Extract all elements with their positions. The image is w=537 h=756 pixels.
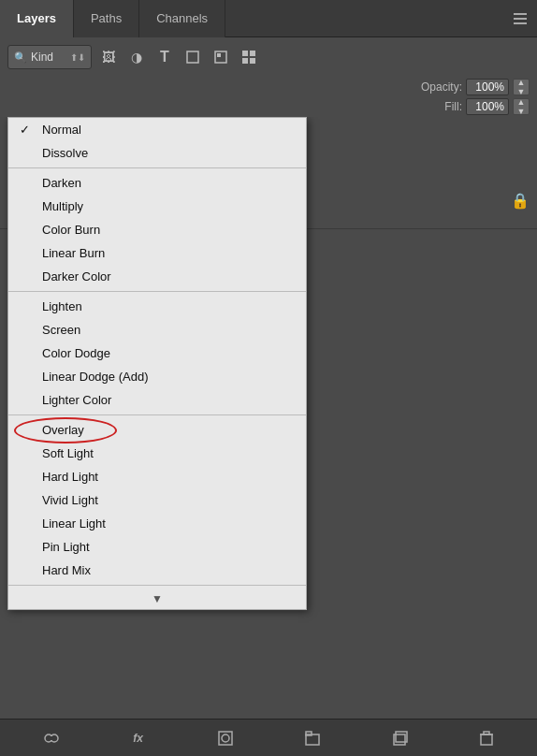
new-layer-button[interactable] xyxy=(386,725,413,751)
menu-line xyxy=(514,18,527,20)
search-icon: 🔍 xyxy=(14,51,27,64)
blend-option-normal[interactable]: Normal xyxy=(8,118,306,141)
panel-menu-button[interactable] xyxy=(511,9,530,28)
link-layers-button[interactable] xyxy=(38,725,65,751)
add-style-button[interactable]: fx xyxy=(125,725,152,751)
svg-rect-2 xyxy=(217,53,221,57)
blend-option-linear-dodge[interactable]: Linear Dodge (Add) xyxy=(8,365,306,388)
scroll-down-indicator[interactable]: ▼ xyxy=(8,589,306,609)
filter-toolbar: 🔍 Kind ⬆⬇ 🖼 ◑ T xyxy=(0,37,537,77)
lock-icon: 🔒 xyxy=(511,192,530,210)
separator-4 xyxy=(8,585,306,586)
opacity-stepper[interactable]: ▲▼ xyxy=(513,79,530,95)
blend-option-color-burn[interactable]: Color Burn xyxy=(8,218,306,241)
new-group-button[interactable] xyxy=(299,725,326,751)
separator-2 xyxy=(8,291,306,292)
menu-line xyxy=(514,13,527,15)
image-filter-icon[interactable]: 🖼 xyxy=(97,46,120,68)
add-mask-button[interactable] xyxy=(212,725,239,751)
svg-rect-10 xyxy=(219,732,232,745)
svg-rect-16 xyxy=(481,734,492,745)
blend-option-hard-mix[interactable]: Hard Mix xyxy=(8,559,306,582)
opacity-label: Opacity: xyxy=(421,80,462,94)
tab-channels[interactable]: Channels xyxy=(139,0,225,37)
blend-option-soft-light[interactable]: Soft Light xyxy=(8,442,306,465)
blend-option-lighten[interactable]: Lighten xyxy=(8,295,306,318)
dropdown-arrow-icon: ⬆⬇ xyxy=(70,52,85,63)
adjustment-filter-icon[interactable]: ◑ xyxy=(125,46,148,68)
fill-label: Fill: xyxy=(421,100,462,113)
menu-line xyxy=(514,22,527,24)
blend-option-multiply[interactable]: Multiply xyxy=(8,195,306,218)
svg-rect-9 xyxy=(49,736,54,740)
fill-row: Fill: 100% ▲▼ xyxy=(7,98,530,115)
layer-area: Normal ▼ 🔒 Normal Dissolve Darken xyxy=(0,117,537,719)
tab-paths[interactable]: Paths xyxy=(74,0,139,37)
pixel-filter-icon[interactable] xyxy=(238,46,260,68)
opacity-fill-area: Opacity: 100% ▲▼ Fill: 100% ▲▼ xyxy=(0,77,537,117)
blend-option-linear-light[interactable]: Linear Light xyxy=(8,512,306,535)
svg-rect-4 xyxy=(250,51,255,56)
blend-option-darken[interactable]: Darken xyxy=(8,171,306,195)
blend-option-hard-light[interactable]: Hard Light xyxy=(8,465,306,488)
svg-rect-13 xyxy=(306,732,312,735)
smart-filter-icon[interactable] xyxy=(210,46,232,68)
blend-option-overlay[interactable]: Overlay xyxy=(8,418,306,442)
svg-rect-6 xyxy=(250,58,255,64)
blend-mode-dropdown-menu: Normal Dissolve Darken Multiply Color Bu… xyxy=(7,117,307,610)
svg-rect-18 xyxy=(484,732,489,734)
svg-rect-3 xyxy=(242,51,248,56)
fill-input[interactable]: 100% xyxy=(466,98,509,115)
blend-option-linear-burn[interactable]: Linear Burn xyxy=(8,241,306,265)
blend-option-screen[interactable]: Screen xyxy=(8,318,306,342)
separator-3 xyxy=(8,414,306,415)
blend-option-dissolve[interactable]: Dissolve xyxy=(8,141,306,165)
blend-option-pin-light[interactable]: Pin Light xyxy=(8,535,306,559)
svg-rect-5 xyxy=(242,58,248,64)
text-filter-icon[interactable]: T xyxy=(153,46,176,68)
separator-1 xyxy=(8,167,306,168)
blend-option-vivid-light[interactable]: Vivid Light xyxy=(8,488,306,512)
delete-layer-button[interactable] xyxy=(473,725,500,751)
blend-option-lighter-color[interactable]: Lighter Color xyxy=(8,388,306,412)
blend-option-color-dodge[interactable]: Color Dodge xyxy=(8,342,306,365)
opacity-row: Opacity: 100% ▲▼ xyxy=(7,79,530,95)
kind-filter-dropdown[interactable]: 🔍 Kind ⬆⬇ xyxy=(7,45,92,69)
tab-bar: Layers Paths Channels xyxy=(0,0,537,37)
fill-stepper[interactable]: ▲▼ xyxy=(513,98,530,115)
tab-layers[interactable]: Layers xyxy=(0,0,74,37)
shape-filter-icon[interactable] xyxy=(181,46,204,68)
bottom-toolbar: fx xyxy=(0,719,537,756)
blend-option-darker-color[interactable]: Darker Color xyxy=(8,265,306,288)
svg-rect-0 xyxy=(187,51,198,63)
opacity-input[interactable]: 100% xyxy=(466,79,509,95)
svg-point-11 xyxy=(222,734,229,742)
panel: Layers Paths Channels 🔍 Kind ⬆⬇ 🖼 ◑ T xyxy=(0,0,537,756)
